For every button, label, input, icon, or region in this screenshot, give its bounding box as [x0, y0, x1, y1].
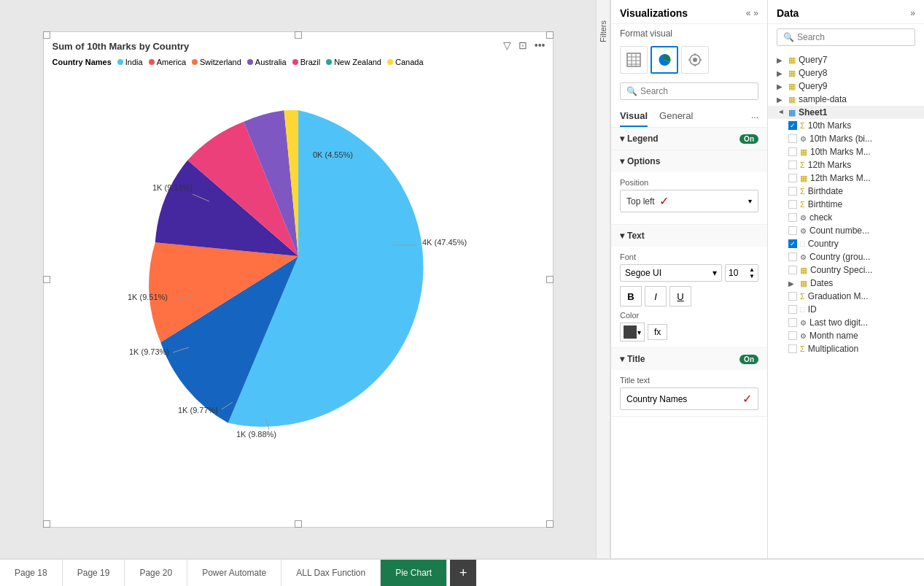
color-row: Color ▾ fx — [620, 311, 758, 342]
label-countrygrou: Country (grou... — [810, 252, 870, 262]
checkbox-10thmarksbi[interactable] — [788, 134, 797, 143]
font-select[interactable]: Segoe UI ▾ — [620, 264, 722, 282]
font-size-down[interactable]: ▼ — [749, 273, 755, 279]
checkbox-birthdate[interactable] — [788, 187, 797, 196]
resize-handle-mr[interactable] — [546, 276, 554, 283]
tree-item-10thmarksm[interactable]: ▦ 10th Marks M... — [768, 145, 924, 158]
checkbox-lasttwodigit[interactable] — [788, 318, 797, 327]
tab-all-dax[interactable]: ALL Dax Function — [282, 560, 381, 586]
checkbox-12thmarks[interactable] — [788, 161, 797, 169]
tree-item-10thmarksbi[interactable]: ⚙ 10th Marks (bi... — [768, 132, 924, 145]
filter-icon[interactable]: ▽ — [502, 38, 513, 53]
viz-icon-pie[interactable] — [651, 46, 678, 74]
data-panel-arrows: » — [910, 8, 915, 18]
font-size-up[interactable]: ▲ — [749, 266, 755, 273]
table-icon — [626, 53, 641, 67]
title-input[interactable]: Country Names ✓ — [620, 388, 758, 410]
viz-icon-table[interactable] — [620, 46, 648, 74]
tree-item-birthtime[interactable]: Σ Birthtime — [768, 198, 924, 211]
tree-item-query9[interactable]: ▶ ▦ Query9 — [768, 80, 924, 93]
checkbox-birthtime[interactable] — [788, 200, 797, 209]
title-toggle[interactable]: On — [739, 355, 758, 364]
tab-visual[interactable]: Visual — [620, 106, 648, 127]
checkbox-12thmarksm[interactable] — [788, 174, 797, 182]
chart-title: Sum of 10th Marks by Country — [53, 41, 544, 52]
checkbox-monthname[interactable] — [788, 331, 797, 340]
more-options-icon[interactable]: ••• — [533, 38, 547, 53]
tab-pie-chart[interactable]: Pie Chart — [381, 560, 447, 586]
focus-icon[interactable]: ⊡ — [517, 38, 529, 53]
resize-handle-ml[interactable] — [43, 276, 50, 283]
resize-handle-tr[interactable] — [546, 31, 554, 39]
tree-item-graduationm[interactable]: Σ Graduation M... — [768, 290, 924, 303]
resize-handle-br[interactable] — [546, 520, 554, 528]
resize-handle-bc[interactable] — [295, 520, 302, 528]
color-swatch[interactable]: ▾ — [620, 323, 645, 342]
tree-item-sampledata[interactable]: ▶ ▦ sample-data — [768, 93, 924, 106]
viz-collapse-left[interactable]: « — [746, 8, 751, 18]
text-section-header[interactable]: ▾ Text — [611, 225, 767, 247]
tab-more[interactable]: ... — [751, 106, 758, 127]
position-dropdown[interactable]: Top left ✓ ▾ — [620, 190, 758, 212]
tree-item-countryspeci[interactable]: ▦ Country Speci... — [768, 263, 924, 277]
text-chevron: ▾ — [620, 231, 624, 241]
tree-item-check[interactable]: ⚙ check — [768, 211, 924, 224]
tab-general[interactable]: General — [659, 106, 693, 127]
fx-button[interactable]: fx — [648, 324, 667, 340]
data-search-icon: 🔍 — [783, 32, 794, 42]
viz-icon-paint[interactable] — [681, 46, 709, 74]
font-size-input[interactable]: 10 ▲ ▼ — [725, 264, 758, 282]
tree-item-birthdate[interactable]: Σ Birthdate — [768, 185, 924, 198]
tab-page20[interactable]: Page 20 — [125, 560, 187, 586]
bold-button[interactable]: B — [620, 286, 642, 307]
tree-item-country[interactable]: ✓ □ Country — [768, 237, 924, 250]
tab-power-automate[interactable]: Power Automate — [187, 560, 282, 586]
title-section-header[interactable]: ▾ Title On — [611, 348, 767, 370]
tab-page18[interactable]: Page 18 — [0, 560, 63, 586]
checkbox-multiplication[interactable] — [788, 344, 797, 353]
resize-handle-tl[interactable] — [43, 31, 50, 39]
checkbox-check[interactable] — [788, 213, 797, 222]
checkbox-10thmarks[interactable]: ✓ — [788, 121, 797, 130]
tree-item-query7[interactable]: ▶ ▦ Query7 — [768, 53, 924, 66]
tree-item-lasttwodigit[interactable]: ⚙ Last two digit... — [768, 316, 924, 329]
resize-handle-tc[interactable] — [295, 31, 302, 39]
tree-item-countnumbe[interactable]: ⚙ Count numbe... — [768, 224, 924, 237]
options-section-header[interactable]: ▾ Options — [611, 150, 767, 172]
label-countnumbe: Count numbe... — [810, 225, 869, 236]
checkbox-countryspeci[interactable] — [788, 266, 797, 274]
tree-item-sheet1[interactable]: ▼ ▦ Sheet1 — [768, 106, 924, 119]
tree-item-monthname[interactable]: ⚙ Month name — [768, 329, 924, 342]
viz-search-input[interactable] — [640, 86, 752, 96]
tree-item-12thmarks[interactable]: Σ 12th Marks — [768, 158, 924, 171]
tree-item-countrygrou[interactable]: ⚙ Country (grou... — [768, 250, 924, 263]
font-row: Segoe UI ▾ 10 ▲ ▼ — [620, 264, 758, 282]
checkbox-country[interactable]: ✓ — [788, 239, 797, 248]
viz-expand-right[interactable]: » — [753, 8, 758, 18]
legend-dot-brazil — [292, 59, 298, 65]
tree-item-id[interactable]: □ ID — [768, 303, 924, 316]
checkbox-countrygrou[interactable] — [788, 252, 797, 261]
add-tab-button[interactable]: + — [450, 560, 476, 586]
tree-item-dates[interactable]: ▶ ▦ Dates — [768, 277, 924, 290]
checkbox-10thmarksm[interactable] — [788, 147, 797, 156]
checkbox-countnumbe[interactable] — [788, 226, 797, 235]
tree-item-multiplication[interactable]: Σ Multiplication — [768, 342, 924, 355]
icon-lasttwodigit: ⚙ — [800, 319, 807, 327]
resize-handle-bl[interactable] — [43, 520, 50, 528]
checkbox-graduationm[interactable] — [788, 292, 797, 301]
legend-toggle[interactable]: On — [739, 134, 758, 144]
italic-button[interactable]: I — [645, 286, 667, 307]
tab-page19[interactable]: Page 19 — [63, 560, 125, 586]
tree-item-query8[interactable]: ▶ ▦ Query8 — [768, 66, 924, 80]
data-collapse-icon[interactable]: » — [910, 8, 915, 18]
checkbox-id[interactable] — [788, 305, 797, 314]
tree-item-12thmarksm[interactable]: ▦ 12th Marks M... — [768, 171, 924, 185]
legend-section-header[interactable]: ▾ Legend On — [611, 128, 767, 150]
color-box — [624, 325, 637, 339]
data-search-input[interactable] — [797, 32, 909, 42]
underline-button[interactable]: U — [669, 286, 691, 307]
tree-item-10thmarks[interactable]: ✓ Σ 10th Marks — [768, 119, 924, 132]
filters-label[interactable]: Filters — [599, 15, 607, 48]
legend-item-america: America — [149, 58, 186, 66]
